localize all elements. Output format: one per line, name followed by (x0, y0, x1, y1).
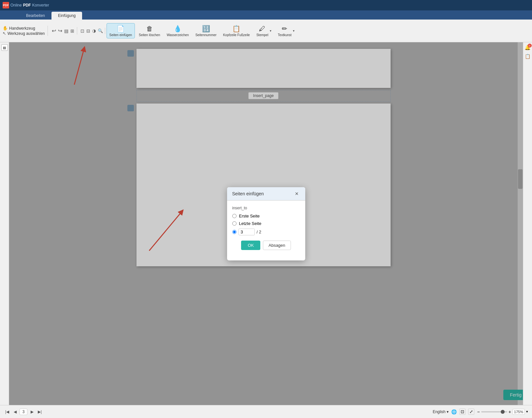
modal-overlay: Seiten einfügen ✕ insert_to Erste Seite … (9, 42, 523, 405)
erste-seite-label: Erste Seite (239, 214, 260, 218)
language-selector[interactable]: English ▾ (433, 410, 449, 414)
wasserzeichen-button[interactable]: 💧 Wasserzeichen (164, 23, 192, 38)
page-total-label: / 2 (257, 230, 261, 234)
tab-einfuegung[interactable]: Einfügung (51, 12, 82, 20)
modal-footer: OK Absagen (232, 241, 300, 255)
logo-text-online: Online (10, 3, 22, 7)
redo-button[interactable]: ↪ (57, 27, 63, 35)
letzte-seite-option[interactable]: Letzte Seite (232, 221, 300, 226)
hand-icon: ✋ (3, 26, 8, 31)
panel-right-button[interactable]: 📋 (524, 52, 532, 60)
custom-page-row: / 2 (232, 229, 300, 235)
page-view2-button[interactable]: ⊞ (70, 28, 75, 34)
notification-button[interactable]: 🔔 0 (524, 44, 532, 51)
tab-bar: Bearbeiten Einfügung (0, 10, 532, 20)
ok-button[interactable]: OK (241, 241, 260, 250)
zoom-in-button[interactable]: + (509, 409, 511, 414)
wasserzeichen-label: Wasserzeichen (167, 33, 189, 37)
kopfzeile-fusszeile-button[interactable]: 📋 Kopfzeile Fußzeile (221, 23, 252, 38)
right-sidebar: 🔔 0 📋 (523, 42, 532, 405)
textkunst-dropdown-icon: ▾ (293, 29, 295, 33)
wasserzeichen-icon: 💧 (174, 25, 182, 33)
modal-header: Seiten einfügen ✕ (227, 187, 305, 201)
stempel-label: Stempel (256, 33, 268, 37)
werkzeug-label: Werkzeug auswählen (7, 31, 45, 36)
logo-text-pdf: PDF (23, 3, 31, 7)
seiten-einfuegen-label: Seiten einfügen (109, 33, 132, 37)
language-label: English (433, 410, 445, 414)
seiten-einfuegen-button[interactable]: 📄 Seiten einfügen (107, 23, 135, 38)
tab-bearbeiten[interactable]: Bearbeiten (20, 12, 51, 20)
letzte-seite-label: Letzte Seite (239, 221, 262, 226)
prev-page-button[interactable]: ◀ (12, 409, 18, 415)
next-page-button[interactable]: ▶ (29, 409, 35, 415)
modal-close-button[interactable]: ✕ (294, 190, 300, 197)
app-logo: PDF OnlinePDFKonverter (3, 2, 49, 8)
modal-label: insert_to (232, 206, 300, 210)
seitennummer-icon: 🔢 (202, 25, 210, 33)
textkunst-icon: ✏ (282, 25, 287, 33)
custom-page-radio[interactable] (232, 230, 237, 234)
last-page-button[interactable]: ▶| (36, 409, 43, 415)
modal-title: Seiten einfügen (232, 191, 264, 196)
language-dropdown-icon: ▾ (447, 410, 449, 414)
textkunst-button[interactable]: ✏ Textkunst ▾ (275, 23, 297, 38)
select-icon: ↖ (3, 31, 6, 36)
zoom-slider[interactable] (481, 411, 507, 412)
letzte-seite-radio[interactable] (232, 221, 237, 226)
logo-text-konverter: Konverter (32, 3, 49, 7)
stempel-icon: 🖊 (259, 25, 266, 33)
left-panel: ▤ (0, 42, 9, 405)
brightness-button[interactable]: ◑ (92, 28, 96, 34)
panel-toggle-button[interactable]: ▤ (1, 44, 8, 51)
kopfzeile-icon: 📋 (232, 25, 240, 33)
view-controls: ⊡ ⊟ ◑ 🔍 (79, 28, 105, 34)
seitennummer-label: Seitennummer (195, 33, 217, 37)
fit-width-button[interactable]: ⊟ (86, 28, 91, 34)
kopfzeile-label: Kopfzeile Fußzeile (223, 33, 250, 37)
logo-icon: PDF (3, 2, 9, 8)
fit-screen-button[interactable]: ⊡ (459, 409, 466, 415)
page-number-input[interactable] (238, 229, 255, 235)
page-navigation: |◀ ◀ 3 ▶ ▶| (4, 409, 43, 415)
zoom-slider-thumb (501, 410, 505, 414)
zoom-out-button[interactable]: − (477, 409, 480, 414)
globe-icon[interactable]: 🌐 (451, 409, 457, 414)
main-content: Insert_page Seiten einfügen ✕ (9, 42, 523, 405)
undo-button[interactable]: ↩ (51, 27, 57, 35)
erste-seite-radio[interactable] (232, 214, 237, 218)
first-page-button[interactable]: |◀ (4, 409, 10, 415)
erste-seite-option[interactable]: Erste Seite (232, 214, 300, 218)
modal-dialog: Seiten einfügen ✕ insert_to Erste Seite … (227, 187, 305, 260)
stempel-button[interactable]: 🖊 Stempel ▾ (254, 24, 274, 38)
status-right: English ▾ 🌐 ⊡ ⤢ − + 175% ▾ (433, 409, 528, 415)
toolbar: ✋ Handwerkzeug ↖ Werkzeug auswählen ↩ ↪ … (0, 20, 532, 42)
textkunst-label: Textkunst (278, 33, 292, 37)
fit-page-button[interactable]: ⊡ (80, 28, 85, 34)
seitennummer-button[interactable]: 🔢 Seitennummer (193, 23, 219, 38)
zoom-control: − + 175% ▾ (477, 409, 528, 415)
cancel-button[interactable]: Absagen (263, 241, 291, 250)
status-bar: |◀ ◀ 3 ▶ ▶| English ▾ 🌐 ⊡ ⤢ − + 175% ▾ (0, 405, 532, 418)
zoom-dropdown-button[interactable]: ▾ (526, 410, 528, 414)
seiten-loeschen-icon: 🗑 (146, 25, 153, 33)
seiten-loeschen-button[interactable]: 🗑 Seiten löschen (136, 24, 163, 38)
modal-body: insert_to Erste Seite Letzte Seite / 2 O… (227, 201, 305, 260)
undo-redo-group: ↩ ↪ ▤ ⊞ (49, 27, 77, 35)
toolbar-left-group: ✋ Handwerkzeug ↖ Werkzeug auswählen (3, 26, 48, 36)
zoom-value: 175% (512, 409, 525, 415)
title-bar: PDF OnlinePDFKonverter (0, 0, 532, 10)
expand-button[interactable]: ⤢ (468, 409, 474, 415)
page-view1-button[interactable]: ▤ (64, 28, 69, 34)
current-page: 3 (20, 409, 27, 415)
notification-badge: 0 (528, 44, 532, 48)
seiten-loeschen-label: Seiten löschen (139, 33, 160, 37)
seiten-einfuegen-icon: 📄 (117, 25, 125, 33)
stempel-dropdown-icon: ▾ (270, 29, 271, 33)
zoom-search-button[interactable]: 🔍 (97, 28, 104, 34)
handwerkzeug-label: Handwerkzeug (9, 26, 35, 31)
